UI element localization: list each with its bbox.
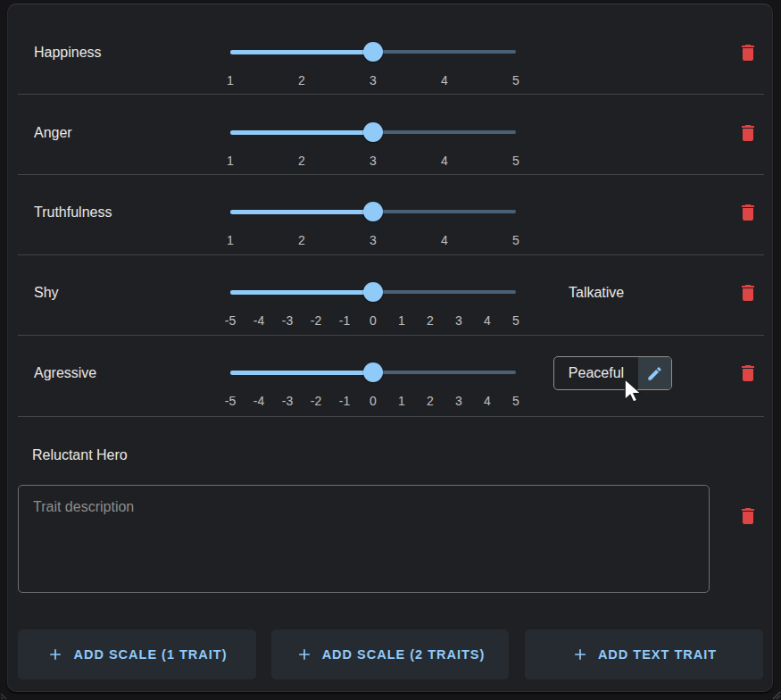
tick-label: -1 — [330, 312, 359, 329]
plus-icon — [295, 646, 313, 663]
trait-left-label: Shy — [34, 284, 59, 302]
tick-label: 3 — [445, 312, 473, 329]
resize-grip-icon[interactable] — [0, 686, 14, 700]
delete-trait-button[interactable] — [735, 39, 761, 66]
tick-label: 5 — [480, 152, 552, 170]
tick-label: -3 — [273, 312, 302, 329]
plus-icon — [46, 646, 64, 663]
trash-icon — [737, 202, 759, 223]
trash-icon — [737, 282, 759, 304]
add-scale-1-trait-button[interactable]: ADD SCALE (1 TRAIT) — [18, 629, 256, 679]
trait-slider[interactable] — [230, 122, 516, 142]
tick-label: 1 — [195, 152, 266, 170]
slider-thumb[interactable] — [363, 122, 383, 142]
resize-grip-icon[interactable] — [767, 686, 781, 700]
text-trait-name: Reluctant Hero — [32, 446, 128, 464]
tick-label: -4 — [245, 312, 273, 329]
tick-label: 4 — [473, 392, 502, 410]
slider-fill — [230, 130, 373, 135]
trait-right-label[interactable]: Talkative — [569, 284, 624, 302]
add-text-trait-button[interactable]: ADD TEXT TRAIT — [525, 629, 763, 679]
trait-editor: Happiness 1 2 3 4 5 Anger 1 2 3 4 — [0, 0, 781, 700]
tick-label: 5 — [502, 392, 530, 410]
trash-icon — [737, 505, 759, 527]
tick-label: 5 — [502, 312, 530, 329]
tick-label: -3 — [273, 392, 302, 410]
trait-left-label: Happiness — [34, 44, 102, 62]
slider-tick-labels: -5 -4 -3 -2 -1 0 1 2 3 4 5 — [216, 392, 530, 410]
delete-trait-button[interactable] — [735, 199, 761, 226]
trait-slider[interactable] — [230, 282, 516, 302]
tick-label: 2 — [266, 231, 337, 249]
tick-label: 4 — [473, 312, 502, 329]
add-scale-2-traits-label: ADD SCALE (2 TRAITS) — [322, 647, 486, 662]
tick-label: 2 — [266, 152, 337, 170]
trash-icon — [737, 362, 759, 384]
tick-label: 2 — [416, 312, 445, 329]
row-divider — [18, 254, 764, 255]
trait-left-label: Anger — [34, 124, 72, 142]
trait-left-label: Agressive — [34, 364, 96, 382]
right-trait-edit-box[interactable]: Peaceful — [553, 356, 672, 390]
slider-tick-labels: 1 2 3 4 5 — [195, 152, 552, 170]
tick-label: 3 — [337, 152, 409, 170]
delete-trait-button[interactable] — [735, 503, 761, 529]
tick-label: -2 — [302, 392, 330, 410]
add-scale-2-traits-button[interactable]: ADD SCALE (2 TRAITS) — [271, 629, 509, 679]
tick-label: 1 — [195, 231, 266, 249]
tick-label: 1 — [387, 392, 416, 410]
delete-trait-button[interactable] — [735, 360, 761, 387]
tick-label: -4 — [245, 392, 273, 410]
add-text-trait-label: ADD TEXT TRAIT — [598, 647, 717, 662]
tick-label: 1 — [387, 312, 416, 329]
trash-icon — [737, 42, 759, 63]
add-scale-1-trait-label: ADD SCALE (1 TRAIT) — [73, 647, 227, 662]
tick-label: 5 — [480, 231, 552, 249]
tick-label: 2 — [266, 71, 337, 89]
trait-left-label: Truthfulness — [34, 204, 112, 221]
slider-thumb[interactable] — [363, 362, 383, 382]
slider-fill — [230, 371, 373, 375]
row-divider — [18, 335, 764, 336]
tick-label: 4 — [409, 231, 480, 249]
row-divider — [18, 94, 764, 95]
tick-label: -5 — [216, 392, 245, 410]
slider-thumb[interactable] — [363, 282, 383, 302]
slider-tick-labels: 1 2 3 4 5 — [195, 231, 552, 249]
tick-label: -2 — [302, 312, 330, 329]
tick-label: -1 — [330, 392, 359, 410]
tick-label: 5 — [480, 71, 552, 89]
tick-label: -5 — [216, 312, 245, 329]
tick-label: 2 — [416, 392, 445, 410]
trait-description-input[interactable] — [18, 485, 710, 593]
edit-trait-name-button[interactable] — [638, 357, 671, 389]
slider-tick-labels: 1 2 3 4 5 — [195, 71, 552, 89]
slider-thumb[interactable] — [363, 202, 383, 221]
tick-label: 1 — [195, 71, 266, 89]
tick-label: 3 — [445, 392, 473, 410]
right-trait-edit-value[interactable]: Peaceful — [554, 357, 638, 389]
tick-label: 3 — [337, 231, 409, 249]
tick-label: 3 — [337, 71, 409, 89]
tick-label: 4 — [409, 71, 480, 89]
tick-label: 0 — [359, 392, 387, 410]
delete-trait-button[interactable] — [735, 120, 761, 146]
tick-label: 0 — [359, 312, 387, 329]
slider-fill — [230, 210, 373, 214]
plus-icon — [571, 646, 589, 663]
trait-slider[interactable] — [230, 202, 516, 221]
section-divider — [18, 416, 764, 417]
slider-fill — [230, 290, 373, 295]
row-divider — [18, 174, 764, 175]
delete-trait-button[interactable] — [735, 279, 761, 306]
trait-slider[interactable] — [230, 362, 516, 382]
slider-tick-labels: -5 -4 -3 -2 -1 0 1 2 3 4 5 — [216, 312, 530, 329]
tick-label: 4 — [409, 152, 480, 170]
trash-icon — [737, 122, 759, 144]
slider-fill — [230, 50, 373, 54]
trait-slider[interactable] — [230, 42, 516, 62]
slider-thumb[interactable] — [363, 42, 383, 62]
pencil-icon — [646, 365, 663, 382]
